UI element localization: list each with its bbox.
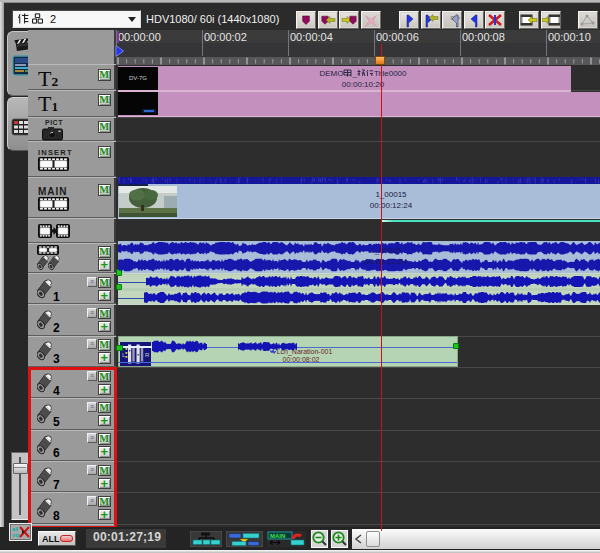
svg-text:stp: stp — [12, 532, 21, 538]
svg-text:MAIN: MAIN — [270, 533, 285, 539]
